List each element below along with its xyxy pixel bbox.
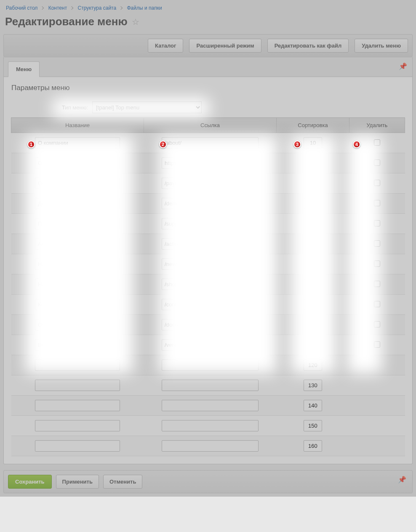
- table-row: [11, 254, 405, 274]
- section-title: Параметры меню: [4, 77, 412, 101]
- sort-input[interactable]: [304, 440, 322, 452]
- delete-checkbox[interactable]: [374, 321, 380, 327]
- sort-input[interactable]: [304, 380, 322, 391]
- chevron-right-icon: [70, 6, 73, 10]
- link-input[interactable]: [162, 157, 259, 169]
- link-input[interactable]: [162, 198, 259, 209]
- link-input[interactable]: [162, 380, 259, 391]
- sort-input[interactable]: [304, 258, 322, 270]
- name-input[interactable]: [35, 157, 120, 169]
- link-input[interactable]: [162, 400, 259, 411]
- name-input[interactable]: [35, 420, 120, 431]
- link-input[interactable]: [162, 420, 259, 431]
- col-name: Название: [11, 118, 144, 133]
- link-input[interactable]: [162, 279, 259, 290]
- table-row: [11, 295, 405, 315]
- link-input[interactable]: [162, 218, 259, 229]
- sort-input[interactable]: [304, 198, 322, 209]
- toolbar: Каталог Расширенный режим Редактировать …: [3, 34, 413, 57]
- name-input[interactable]: [35, 198, 120, 209]
- pin-icon[interactable]: 📌: [399, 62, 407, 70]
- name-input[interactable]: [35, 400, 120, 411]
- tabs-bar: Меню 📌: [3, 57, 413, 77]
- table-row: [11, 194, 405, 214]
- sort-input[interactable]: [304, 420, 322, 431]
- name-input[interactable]: [35, 380, 120, 391]
- table-row: [11, 315, 405, 335]
- delete-checkbox[interactable]: [374, 200, 380, 206]
- name-input[interactable]: [35, 218, 120, 229]
- tab-menu[interactable]: Меню: [8, 61, 40, 77]
- name-input[interactable]: [35, 238, 120, 250]
- link-input[interactable]: [162, 137, 259, 149]
- sort-input[interactable]: [304, 339, 322, 351]
- sort-input[interactable]: [304, 157, 322, 169]
- menu-type-label: Тип меню:: [62, 104, 88, 111]
- menu-type-select[interactable]: [tpanel] Top menu: [92, 101, 202, 113]
- link-input[interactable]: [162, 258, 259, 270]
- sort-input[interactable]: [304, 137, 322, 149]
- name-input[interactable]: [35, 258, 120, 270]
- sort-input[interactable]: [304, 400, 322, 411]
- sort-input[interactable]: [304, 238, 322, 250]
- table-row: [11, 436, 405, 456]
- table-row: [11, 375, 405, 396]
- delete-checkbox[interactable]: [374, 301, 380, 307]
- link-input[interactable]: [162, 299, 259, 310]
- table-row: [11, 335, 405, 355]
- delete-checkbox[interactable]: [374, 139, 380, 146]
- sort-input[interactable]: [304, 319, 322, 330]
- chevron-right-icon: [119, 6, 123, 10]
- link-input[interactable]: [162, 319, 259, 330]
- table-row: [11, 355, 405, 375]
- name-input[interactable]: [35, 137, 120, 149]
- link-input[interactable]: [162, 440, 259, 452]
- marker-4: 4: [353, 141, 360, 148]
- link-input[interactable]: [162, 238, 259, 250]
- delete-checkbox[interactable]: [374, 220, 380, 226]
- table-row: [11, 396, 405, 416]
- page-title: Редактирование меню: [5, 15, 128, 28]
- crumb[interactable]: Контент: [48, 5, 67, 11]
- crumb[interactable]: Рабочий стол: [6, 5, 37, 11]
- catalog-button[interactable]: Каталог: [148, 39, 183, 53]
- delete-checkbox[interactable]: [374, 160, 380, 166]
- name-input[interactable]: [35, 339, 120, 351]
- apply-button[interactable]: Применить: [56, 475, 99, 489]
- name-input[interactable]: [35, 359, 120, 371]
- sort-input[interactable]: [304, 279, 322, 290]
- sort-input[interactable]: [304, 299, 322, 310]
- table-row: [11, 133, 405, 153]
- table-row: [11, 234, 405, 254]
- delete-checkbox[interactable]: [374, 261, 380, 267]
- name-input[interactable]: [35, 178, 120, 189]
- table-row: [11, 214, 405, 234]
- star-icon[interactable]: ☆: [132, 17, 139, 27]
- link-input[interactable]: [162, 359, 259, 371]
- pin-icon[interactable]: 📌: [398, 476, 406, 484]
- save-button[interactable]: Сохранить: [8, 475, 52, 489]
- delete-checkbox[interactable]: [374, 180, 380, 186]
- sort-input[interactable]: [304, 359, 322, 371]
- sort-input[interactable]: [304, 218, 322, 229]
- marker-3: 3: [293, 141, 301, 148]
- crumb[interactable]: Структура сайта: [77, 5, 116, 11]
- col-link: Ссылка: [144, 118, 277, 133]
- table-row: [11, 274, 405, 295]
- edit-as-file-button[interactable]: Редактировать как файл: [267, 39, 349, 53]
- crumb[interactable]: Файлы и папки: [127, 5, 162, 11]
- name-input[interactable]: [35, 279, 120, 290]
- name-input[interactable]: [35, 299, 120, 310]
- link-input[interactable]: [162, 339, 259, 351]
- delete-menu-button[interactable]: Удалить меню: [355, 39, 408, 53]
- cancel-button[interactable]: Отменить: [103, 475, 143, 489]
- name-input[interactable]: [35, 440, 120, 452]
- name-input[interactable]: [35, 319, 120, 330]
- delete-checkbox[interactable]: [374, 341, 380, 348]
- delete-checkbox[interactable]: [374, 240, 380, 247]
- extended-mode-button[interactable]: Расширенный режим: [189, 39, 261, 53]
- chevron-right-icon: [40, 6, 44, 10]
- link-input[interactable]: [162, 178, 259, 189]
- delete-checkbox[interactable]: [374, 281, 380, 287]
- sort-input[interactable]: [304, 178, 322, 189]
